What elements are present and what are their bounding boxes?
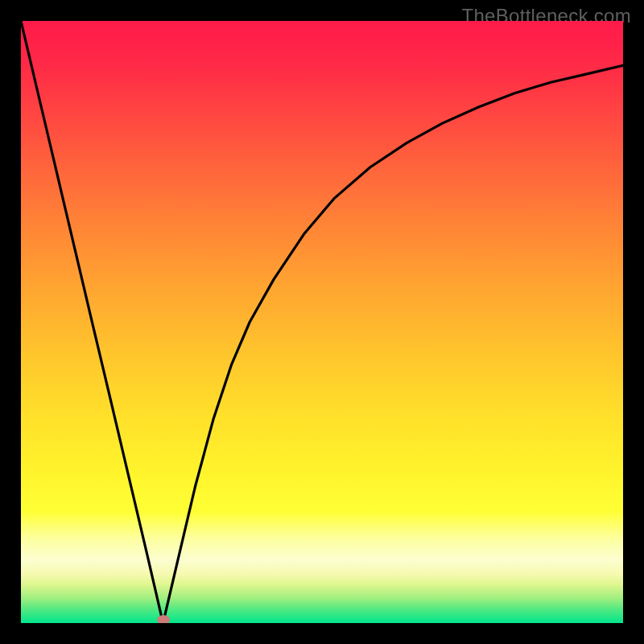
bottleneck-curve xyxy=(21,21,623,623)
minimum-marker xyxy=(157,615,170,624)
chart-frame: TheBottleneck.com xyxy=(0,0,644,644)
plot-area xyxy=(21,21,623,623)
